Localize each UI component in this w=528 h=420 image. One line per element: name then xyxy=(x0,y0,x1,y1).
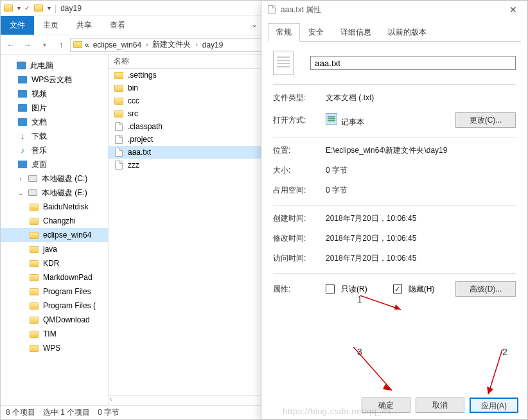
checkbox-hidden[interactable] xyxy=(393,284,402,293)
ribbon-tab-home[interactable]: 主页 xyxy=(34,16,67,35)
folder-icon xyxy=(114,109,124,119)
tree-thispc[interactable]: 此电脑 xyxy=(1,58,108,73)
tree-label: Program Files xyxy=(43,287,91,296)
nav-up-button[interactable]: ↑ xyxy=(53,37,69,53)
file-row[interactable]: src xyxy=(109,107,264,120)
label-sizeondisk: 占用空间: xyxy=(273,185,319,196)
tree-folder[interactable]: Program Files ( xyxy=(1,299,108,313)
tree-folder[interactable]: eclipse_win64 xyxy=(1,228,108,242)
divider xyxy=(273,137,516,137)
close-button[interactable]: ✕ xyxy=(499,1,527,19)
chevron-down-icon[interactable]: ▾ xyxy=(48,4,51,12)
tree-label: eclipse_win64 xyxy=(43,231,91,240)
tree-folder[interactable]: MarkdownPad xyxy=(1,270,108,284)
ribbon-tab-share[interactable]: 共享 xyxy=(67,16,101,35)
nav-tree[interactable]: 此电脑 WPS云文档 视频 图片 文档 ↓下载 ♪音乐 桌面 ›本地磁盘 (C:… xyxy=(1,55,109,405)
ok-button[interactable]: 确定 xyxy=(362,398,410,413)
tree-drive-e[interactable]: ⌄本地磁盘 (E:) xyxy=(1,186,108,200)
label-attributes: 属性: xyxy=(273,284,319,295)
tree-pictures[interactable]: 图片 xyxy=(1,101,108,115)
value-modified: 2018年7月20日，10:06:45 xyxy=(326,233,516,244)
document-icon xyxy=(268,5,276,14)
tree-label: 文档 xyxy=(31,117,47,128)
tree-folder[interactable]: BaiduNetdisk xyxy=(1,200,108,214)
dialog-title: aaa.txt 属性 xyxy=(281,4,321,15)
file-row[interactable]: bin xyxy=(109,82,264,94)
label-accessed: 访问时间: xyxy=(273,253,319,264)
column-header-name[interactable]: 名称 xyxy=(109,55,264,69)
tree-folder[interactable]: TIM xyxy=(1,327,108,341)
file-name: .classpath xyxy=(128,122,163,131)
ribbon-tab-file[interactable]: 文件 xyxy=(1,16,34,35)
separator: | xyxy=(55,4,57,13)
apply-button[interactable]: 应用(A) xyxy=(470,398,518,413)
folder-icon xyxy=(3,3,13,13)
value-accessed: 2018年7月20日，10:06:45 xyxy=(326,253,516,264)
tree-label: QMDownload xyxy=(43,315,90,324)
status-bar: 8 个项目 选中 1 个项目 0 字节 xyxy=(1,405,264,419)
folder-icon xyxy=(114,96,124,106)
value-openwith: 记事本 xyxy=(326,113,449,128)
dialog-titlebar: aaa.txt 属性 ✕ xyxy=(261,1,527,19)
tree-downloads[interactable]: ↓下载 xyxy=(1,129,108,143)
nav-back-button[interactable]: ← xyxy=(3,37,19,53)
status-selected: 选中 1 个项目 xyxy=(43,407,90,418)
tree-videos[interactable]: 视频 xyxy=(1,87,108,101)
download-icon: ↓ xyxy=(17,131,28,141)
file-row[interactable]: .project xyxy=(109,133,264,146)
cancel-button[interactable]: 取消 xyxy=(416,398,464,413)
file-row[interactable]: .settings xyxy=(109,69,264,82)
breadcrumb-lead[interactable]: « xyxy=(84,40,91,49)
tree-folder[interactable]: KDR xyxy=(1,256,108,270)
file-row[interactable]: aaa.txt xyxy=(109,146,264,159)
advanced-button[interactable]: 高级(D)... xyxy=(455,281,516,297)
tree-label: TIM xyxy=(43,329,57,338)
tree-label: Changzhi xyxy=(43,216,76,225)
breadcrumb-seg[interactable]: day19 xyxy=(201,40,225,49)
chevron-right-icon[interactable]: › xyxy=(193,41,199,48)
horizontal-scrollbar[interactable]: ‹› xyxy=(109,395,264,405)
tree-wpscloud[interactable]: WPS云文档 xyxy=(1,73,108,87)
nav-recent-button[interactable]: ▾ xyxy=(37,37,52,53)
breadcrumb-seg[interactable]: eclipse_win64 xyxy=(92,40,143,49)
file-row[interactable]: zzz xyxy=(109,159,264,171)
ribbon: 文件 主页 共享 查看 ⌄ xyxy=(1,16,264,35)
tab-previous[interactable]: 以前的版本 xyxy=(380,23,435,42)
address-bar-row: ← → ▾ ↑ « eclipse_win64 › 新建文件夹 › day19 xyxy=(1,35,264,55)
chevron-down-icon[interactable]: ▾ xyxy=(17,4,21,12)
file-row[interactable]: .classpath xyxy=(109,120,264,133)
tree-folder[interactable]: Changzhi xyxy=(1,214,108,228)
check-icon[interactable]: ✓ xyxy=(24,4,30,12)
tab-details[interactable]: 详细信息 xyxy=(332,23,380,42)
file-list[interactable]: .settingsbincccsrc.classpath.projectaaa.… xyxy=(109,69,264,405)
folder-icon xyxy=(33,3,44,13)
tab-general[interactable]: 常规 xyxy=(268,23,300,42)
tree-documents[interactable]: 文档 xyxy=(1,115,108,129)
file-name: aaa.txt xyxy=(128,148,151,157)
file-row[interactable]: ccc xyxy=(109,94,264,107)
label-created: 创建时间: xyxy=(273,213,319,224)
tree-desktop[interactable]: 桌面 xyxy=(1,157,108,171)
ribbon-tab-view[interactable]: 查看 xyxy=(101,16,134,35)
tree-drive-c[interactable]: ›本地磁盘 (C:) xyxy=(1,171,108,186)
change-button[interactable]: 更改(C)... xyxy=(455,112,516,128)
status-items: 8 个项目 xyxy=(6,407,35,418)
label-filetype: 文件类型: xyxy=(273,92,319,103)
tree-folder[interactable]: WPS xyxy=(1,341,108,355)
filename-input[interactable] xyxy=(310,56,516,70)
nav-forward-button: → xyxy=(20,37,35,53)
checkbox-readonly[interactable] xyxy=(326,284,335,293)
tree-music[interactable]: ♪音乐 xyxy=(1,143,108,157)
tree-label: 音乐 xyxy=(31,145,47,156)
dialog-button-row: 确定 取消 应用(A) xyxy=(362,398,518,413)
tree-label: 下载 xyxy=(31,131,47,142)
tree-label: java xyxy=(43,245,57,254)
tree-folder[interactable]: QMDownload xyxy=(1,313,108,327)
breadcrumb-seg[interactable]: 新建文件夹 xyxy=(151,39,192,50)
tab-security[interactable]: 安全 xyxy=(300,23,332,42)
chevron-right-icon[interactable]: › xyxy=(144,41,150,48)
tree-folder[interactable]: java xyxy=(1,242,108,256)
address-bar[interactable]: « eclipse_win64 › 新建文件夹 › day19 xyxy=(70,38,261,52)
document-icon xyxy=(114,134,124,144)
tree-folder[interactable]: Program Files xyxy=(1,284,108,299)
